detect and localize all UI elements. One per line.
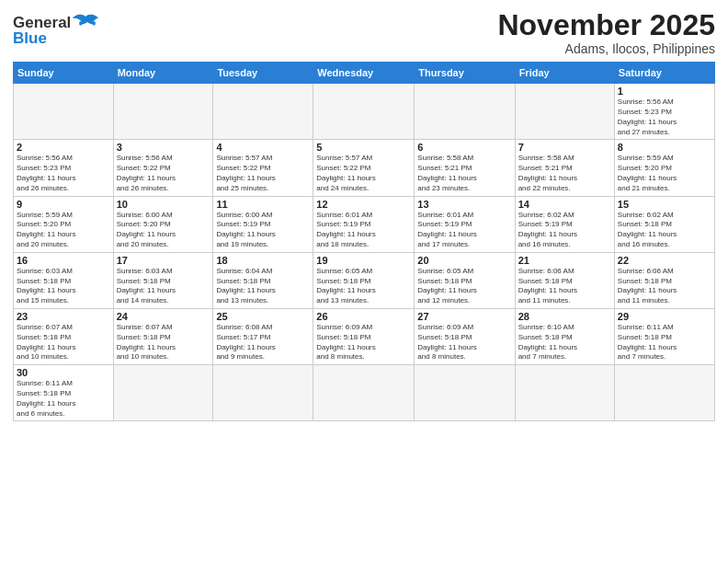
calendar-day-cell: 24Sunrise: 6:07 AM Sunset: 5:18 PM Dayli… xyxy=(113,308,213,364)
calendar-day-cell xyxy=(415,365,515,421)
calendar-day-cell: 3Sunrise: 5:56 AM Sunset: 5:22 PM Daylig… xyxy=(113,140,213,196)
day-number: 9 xyxy=(17,199,110,210)
calendar-week-row: 30Sunrise: 6:11 AM Sunset: 5:18 PM Dayli… xyxy=(14,365,715,421)
day-info: Sunrise: 5:56 AM Sunset: 5:23 PM Dayligh… xyxy=(618,98,711,137)
calendar-day-cell: 21Sunrise: 6:06 AM Sunset: 5:18 PM Dayli… xyxy=(515,252,614,308)
col-thursday: Thursday xyxy=(415,63,515,84)
calendar-day-cell: 13Sunrise: 6:01 AM Sunset: 5:19 PM Dayli… xyxy=(415,196,515,252)
day-number: 4 xyxy=(216,142,310,153)
day-number: 22 xyxy=(618,255,711,266)
day-info: Sunrise: 6:02 AM Sunset: 5:18 PM Dayligh… xyxy=(618,211,711,250)
calendar-day-cell xyxy=(614,365,714,421)
day-number: 30 xyxy=(17,367,110,378)
calendar-day-cell: 18Sunrise: 6:04 AM Sunset: 5:18 PM Dayli… xyxy=(213,252,313,308)
day-number: 27 xyxy=(417,311,511,322)
logo-blue: Blue xyxy=(13,29,47,48)
calendar-day-cell: 15Sunrise: 6:02 AM Sunset: 5:18 PM Dayli… xyxy=(614,196,714,252)
calendar-day-cell: 19Sunrise: 6:05 AM Sunset: 5:18 PM Dayli… xyxy=(313,252,415,308)
day-number: 14 xyxy=(518,199,611,210)
col-wednesday: Wednesday xyxy=(313,63,415,84)
day-info: Sunrise: 5:58 AM Sunset: 5:21 PM Dayligh… xyxy=(417,154,511,193)
calendar-day-cell: 10Sunrise: 6:00 AM Sunset: 5:20 PM Dayli… xyxy=(113,196,213,252)
calendar-day-cell: 28Sunrise: 6:10 AM Sunset: 5:18 PM Dayli… xyxy=(515,308,614,364)
calendar-day-cell: 1Sunrise: 5:56 AM Sunset: 5:23 PM Daylig… xyxy=(614,84,714,140)
calendar-day-cell xyxy=(14,84,114,140)
calendar-day-cell: 23Sunrise: 6:07 AM Sunset: 5:18 PM Dayli… xyxy=(14,308,114,364)
calendar-day-cell: 6Sunrise: 5:58 AM Sunset: 5:21 PM Daylig… xyxy=(415,140,515,196)
calendar-day-cell: 29Sunrise: 6:11 AM Sunset: 5:18 PM Dayli… xyxy=(614,308,714,364)
day-info: Sunrise: 6:10 AM Sunset: 5:18 PM Dayligh… xyxy=(518,323,611,362)
calendar-day-cell: 4Sunrise: 5:57 AM Sunset: 5:22 PM Daylig… xyxy=(213,140,313,196)
day-number: 12 xyxy=(316,199,411,210)
calendar-week-row: 16Sunrise: 6:03 AM Sunset: 5:18 PM Dayli… xyxy=(14,252,715,308)
day-info: Sunrise: 6:07 AM Sunset: 5:18 PM Dayligh… xyxy=(17,323,110,362)
calendar-day-cell xyxy=(113,365,213,421)
calendar-day-cell: 30Sunrise: 6:11 AM Sunset: 5:18 PM Dayli… xyxy=(14,365,114,421)
day-number: 25 xyxy=(216,311,310,322)
day-info: Sunrise: 6:01 AM Sunset: 5:19 PM Dayligh… xyxy=(316,211,411,250)
day-info: Sunrise: 6:05 AM Sunset: 5:18 PM Dayligh… xyxy=(417,267,511,306)
day-info: Sunrise: 6:01 AM Sunset: 5:19 PM Dayligh… xyxy=(417,211,511,250)
day-number: 26 xyxy=(316,311,411,322)
col-friday: Friday xyxy=(515,63,614,84)
day-number: 8 xyxy=(618,142,711,153)
calendar-day-cell: 8Sunrise: 5:59 AM Sunset: 5:20 PM Daylig… xyxy=(614,140,714,196)
title-area: November 2025 Adams, Ilocos, Philippines xyxy=(497,9,715,56)
day-info: Sunrise: 6:06 AM Sunset: 5:18 PM Dayligh… xyxy=(518,267,611,306)
logo-bird-icon xyxy=(73,13,98,33)
calendar-day-cell xyxy=(113,84,213,140)
day-info: Sunrise: 6:06 AM Sunset: 5:18 PM Dayligh… xyxy=(618,267,711,306)
day-number: 3 xyxy=(117,142,210,153)
calendar-day-cell: 16Sunrise: 6:03 AM Sunset: 5:18 PM Dayli… xyxy=(14,252,114,308)
calendar-day-cell: 5Sunrise: 5:57 AM Sunset: 5:22 PM Daylig… xyxy=(313,140,415,196)
day-number: 20 xyxy=(417,255,511,266)
calendar-day-cell: 22Sunrise: 6:06 AM Sunset: 5:18 PM Dayli… xyxy=(614,252,714,308)
day-number: 18 xyxy=(216,255,310,266)
day-info: Sunrise: 6:09 AM Sunset: 5:18 PM Dayligh… xyxy=(417,323,511,362)
day-info: Sunrise: 6:11 AM Sunset: 5:18 PM Dayligh… xyxy=(17,379,110,419)
calendar-day-cell xyxy=(515,84,614,140)
col-monday: Monday xyxy=(113,63,213,84)
day-number: 5 xyxy=(316,142,411,153)
day-info: Sunrise: 5:57 AM Sunset: 5:22 PM Dayligh… xyxy=(216,154,310,193)
day-number: 29 xyxy=(618,311,711,322)
calendar-day-cell: 25Sunrise: 6:08 AM Sunset: 5:17 PM Dayli… xyxy=(213,308,313,364)
calendar-day-cell: 7Sunrise: 5:58 AM Sunset: 5:21 PM Daylig… xyxy=(515,140,614,196)
month-title: November 2025 xyxy=(497,9,715,41)
day-info: Sunrise: 6:02 AM Sunset: 5:19 PM Dayligh… xyxy=(518,211,611,250)
day-info: Sunrise: 5:56 AM Sunset: 5:23 PM Dayligh… xyxy=(17,154,110,193)
header: General Blue November 2025 Adams, Ilocos… xyxy=(13,9,715,56)
day-number: 19 xyxy=(316,255,411,266)
day-info: Sunrise: 6:00 AM Sunset: 5:20 PM Dayligh… xyxy=(117,211,210,250)
logo: General Blue xyxy=(13,9,98,48)
col-sunday: Sunday xyxy=(14,63,114,84)
day-info: Sunrise: 6:07 AM Sunset: 5:18 PM Dayligh… xyxy=(117,323,210,362)
day-number: 2 xyxy=(17,142,110,153)
day-info: Sunrise: 6:11 AM Sunset: 5:18 PM Dayligh… xyxy=(618,323,711,362)
col-tuesday: Tuesday xyxy=(213,63,313,84)
calendar-day-cell: 11Sunrise: 6:00 AM Sunset: 5:19 PM Dayli… xyxy=(213,196,313,252)
day-info: Sunrise: 5:59 AM Sunset: 5:20 PM Dayligh… xyxy=(17,211,110,250)
calendar-week-row: 23Sunrise: 6:07 AM Sunset: 5:18 PM Dayli… xyxy=(14,308,715,364)
day-info: Sunrise: 5:57 AM Sunset: 5:22 PM Dayligh… xyxy=(316,154,411,193)
day-number: 11 xyxy=(216,199,310,210)
page: General Blue November 2025 Adams, Ilocos… xyxy=(0,0,728,563)
day-info: Sunrise: 6:00 AM Sunset: 5:19 PM Dayligh… xyxy=(216,211,310,250)
day-info: Sunrise: 5:56 AM Sunset: 5:22 PM Dayligh… xyxy=(117,154,210,193)
calendar-day-cell xyxy=(313,84,415,140)
day-info: Sunrise: 5:59 AM Sunset: 5:20 PM Dayligh… xyxy=(618,154,711,193)
day-info: Sunrise: 6:03 AM Sunset: 5:18 PM Dayligh… xyxy=(117,267,210,306)
day-number: 1 xyxy=(618,86,711,97)
day-info: Sunrise: 6:09 AM Sunset: 5:18 PM Dayligh… xyxy=(316,323,411,362)
day-number: 10 xyxy=(117,199,210,210)
col-saturday: Saturday xyxy=(614,63,714,84)
day-info: Sunrise: 6:08 AM Sunset: 5:17 PM Dayligh… xyxy=(216,323,310,362)
day-number: 17 xyxy=(117,255,210,266)
calendar-table: Sunday Monday Tuesday Wednesday Thursday… xyxy=(13,62,715,421)
calendar-day-cell: 2Sunrise: 5:56 AM Sunset: 5:23 PM Daylig… xyxy=(14,140,114,196)
day-number: 28 xyxy=(518,311,611,322)
calendar-day-cell: 26Sunrise: 6:09 AM Sunset: 5:18 PM Dayli… xyxy=(313,308,415,364)
day-info: Sunrise: 6:05 AM Sunset: 5:18 PM Dayligh… xyxy=(316,267,411,306)
day-number: 15 xyxy=(618,199,711,210)
day-info: Sunrise: 6:04 AM Sunset: 5:18 PM Dayligh… xyxy=(216,267,310,306)
